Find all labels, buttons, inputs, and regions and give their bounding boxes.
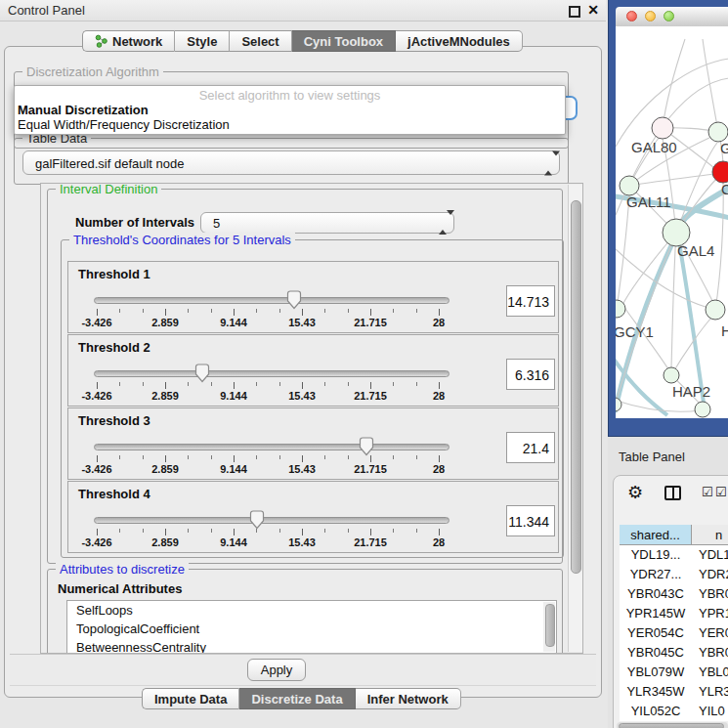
slider-tick-label: 28 [405,536,473,548]
tab-jactivemnodules[interactable]: jActiveMNodules [396,30,523,52]
slider-minor-tick [393,529,394,533]
table-row[interactable]: YDL19...YDL1 [620,545,728,565]
attribute-list-item[interactable]: BetweennessCentrality [67,638,556,654]
table-cell-shared-name[interactable]: YBR045C [620,643,692,663]
checkbox-icon[interactable]: ☑ [715,485,727,499]
table-cell-shared-name[interactable]: YBL079W [620,663,692,682]
table-cell-name[interactable]: YBR0 [692,643,728,663]
slider-minor-tick [188,529,189,533]
threshold-label: Threshold 2 [78,340,150,355]
table-row[interactable]: YBL079WYBL0 [620,663,728,682]
slider-tick [97,455,98,462]
threshold-value-field[interactable]: 14.713 [506,285,555,317]
network-node[interactable] [695,402,710,417]
number-of-intervals-combobox[interactable]: 5 [200,212,454,234]
table-cell-shared-name[interactable]: YIL052C [620,702,692,721]
network-node[interactable] [616,398,621,411]
tab-label: jActiveMNodules [407,34,510,49]
tab-cyni-toolbox[interactable]: Cyni Toolbox [292,30,396,52]
float-window-icon[interactable] [569,6,580,18]
algorithm-option-manual[interactable]: Manual Discretization [18,103,149,117]
attribute-list-item[interactable]: TopologicalCoefficient [67,620,556,638]
attribute-list-item[interactable]: SelfLoops [67,601,556,620]
slider-thumb[interactable] [286,290,302,310]
network-node-hap2[interactable] [664,367,679,383]
table-cell-name[interactable]: YBR0 [692,584,728,604]
apply-button[interactable]: Apply [247,659,306,681]
table-row[interactable]: YBR045CYBR0 [620,643,728,663]
tab-style[interactable]: Style [175,30,230,52]
column-header-name[interactable]: n [692,525,728,545]
algorithm-hint-option[interactable]: Select algorithm to view settings [15,88,565,103]
threshold-label: Threshold 1 [78,267,150,281]
threshold-value-field[interactable]: 11.344 [506,505,555,536]
slider-track[interactable] [94,444,450,450]
table-cell-name[interactable]: YIL0 [692,702,728,721]
column-header-shared-name[interactable]: shared... [620,525,692,545]
table-cell-shared-name[interactable]: YER054C [620,623,692,643]
table-cell-shared-name[interactable]: YDR27... [620,565,692,584]
table-cell-name[interactable]: YDL1 [692,545,728,565]
network-node-h[interactable] [706,300,725,320]
split-columns-icon[interactable] [664,486,681,500]
table-row[interactable]: YBR043CYBR0 [620,584,728,604]
table-cell-shared-name[interactable]: YBR043C [620,584,692,604]
scrollbar-thumb[interactable] [619,723,724,728]
scrollbar-thumb[interactable] [571,200,581,574]
slider-track[interactable] [94,517,450,524]
tab-network[interactable]: Network [82,30,175,52]
threshold-value-field[interactable]: 6.316 [506,359,555,390]
slider-minor-tick [348,529,349,533]
network-node-c[interactable] [712,161,728,183]
minimize-traffic-light-icon[interactable] [645,11,656,21]
settings-scrollbar[interactable] [568,185,582,652]
network-node-g[interactable] [708,122,728,142]
zoom-traffic-light-icon[interactable] [664,11,674,21]
table-cell-shared-name[interactable]: YPR145W [620,604,692,623]
slider-track[interactable] [94,297,450,304]
close-icon[interactable]: ✕ [587,2,599,18]
network-node-gal80[interactable] [652,117,673,139]
table-cell-shared-name[interactable]: YDL19... [620,545,692,565]
tab-impute-data[interactable]: Impute Data [142,688,239,709]
slider-thumb[interactable] [359,437,374,456]
table-row[interactable]: YER054CYER0 [620,623,728,643]
table-data-combobox[interactable]: galFiltered.sif default node [22,150,560,175]
threshold-value-field[interactable]: 21.4 [506,432,555,463]
slider-tick-label: 28 [405,390,473,402]
tab-select[interactable]: Select [230,30,291,52]
slider-tick [97,382,98,389]
table-row[interactable]: YDR27...YDR2 [620,565,728,584]
table-row[interactable]: YIL052CYIL0 [620,702,728,721]
discretization-algorithm-legend: Discretization Algorithm [22,64,163,79]
close-traffic-light-icon[interactable] [626,11,637,21]
table-cell-name[interactable]: YPR1 [692,604,728,623]
table-cell-name[interactable]: YDR2 [692,565,728,584]
table-row[interactable]: YLR345WYLR3 [620,682,728,702]
slider-thumb[interactable] [194,364,210,383]
table-cell-name[interactable]: YLR3 [692,682,728,702]
slider-minor-tick [279,382,280,386]
slider-minor-tick [393,309,394,313]
network-node-gal11[interactable] [620,176,639,195]
slider-thumb[interactable] [249,510,265,530]
slider-tick [370,382,371,389]
threshold-label: Threshold 4 [78,487,150,501]
table-row[interactable]: YPR145WYPR1 [620,604,728,623]
settings-gear-icon[interactable]: ⚙ [627,482,643,502]
table-cell-name[interactable]: YER0 [692,623,728,643]
table-cell-name[interactable]: YBL0 [692,663,728,682]
network-canvas[interactable]: GAL80GCGAL11GAL4GCY1HHAP2 [616,26,728,418]
table-cell-shared-name[interactable]: YLR345W [620,682,692,702]
tab-discretize-data[interactable]: Discretize Data [239,688,355,709]
checkbox-icon[interactable]: ☑ [702,485,713,499]
algorithm-option-equal-width[interactable]: Equal Width/Frequency Discretization [18,117,230,132]
table-horizontal-scrollbar[interactable] [617,722,728,728]
table-header-row: shared... n [620,525,728,545]
network-window-titlebar[interactable] [616,7,728,27]
tab-infer-network[interactable]: Infer Network [356,688,461,709]
slider-tick [302,309,303,316]
network-icon [95,34,107,48]
slider-track[interactable] [94,370,450,377]
list-scrollbar[interactable] [543,602,555,652]
